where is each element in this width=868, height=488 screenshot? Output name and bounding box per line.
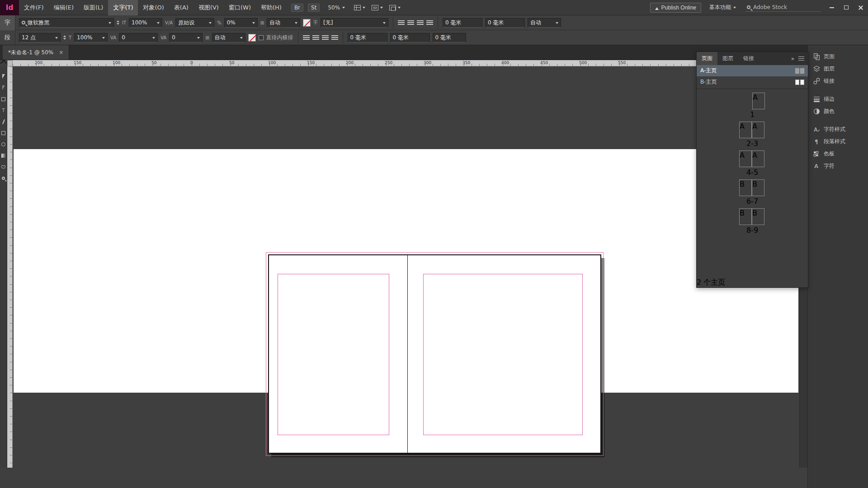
dock-item-character[interactable]: A 字符: [810, 160, 867, 172]
maximize-button[interactable]: [839, 0, 854, 15]
align-center-button[interactable]: [407, 20, 414, 25]
direct-selection-tool-icon[interactable]: [0, 84, 7, 91]
justify-button[interactable]: [426, 20, 433, 25]
ruler-origin[interactable]: [7, 60, 13, 66]
stroke-none-swatch[interactable]: [248, 34, 256, 42]
align-right-button[interactable]: [417, 20, 424, 25]
zoom-value: 50%: [328, 5, 340, 11]
menubar-item[interactable]: 对象(O): [138, 0, 169, 15]
dock-label: 页面: [824, 53, 835, 61]
gradient-tool-icon[interactable]: [0, 152, 7, 159]
zoom-dropdown[interactable]: 50%: [325, 4, 348, 12]
vertical-ruler[interactable]: [7, 66, 13, 468]
menubar-item[interactable]: 视图(V): [193, 0, 224, 15]
view-options-dropdown[interactable]: [354, 5, 365, 10]
font-size-field[interactable]: 12 点: [19, 33, 61, 42]
pages-panel-page[interactable]: AA4-5: [739, 150, 765, 177]
indent-right-field[interactable]: 0 毫米: [348, 33, 387, 42]
master-page-icons: [794, 79, 804, 85]
align-left-button[interactable]: [398, 20, 405, 25]
vertical-scale-field[interactable]: 100%: [129, 18, 162, 28]
menubar-item[interactable]: 表(A): [169, 0, 193, 15]
panel-menu-icon[interactable]: [798, 56, 804, 61]
document-canvas[interactable]: [13, 66, 799, 468]
space-before-field[interactable]: 0 毫米: [390, 33, 430, 42]
dock-item-color[interactable]: 颜色: [810, 105, 867, 117]
line-tool-icon[interactable]: [0, 118, 7, 125]
type-tool-icon[interactable]: T: [0, 107, 7, 114]
menubar-item[interactable]: 帮助(H): [256, 0, 287, 15]
stock-search-input[interactable]: Adobe Stock: [745, 3, 821, 12]
page-label: 8-9: [746, 226, 758, 235]
menubar-item[interactable]: 编辑(E): [49, 0, 79, 15]
menubar-item[interactable]: 版面(L): [79, 0, 108, 15]
tab-links[interactable]: 链接: [738, 52, 759, 65]
indent-first-line-field[interactable]: 0 毫米: [485, 18, 525, 28]
dock-item-paragraph-styles[interactable]: ¶ 段落样式: [810, 136, 867, 148]
dock-item-stroke[interactable]: 描边: [810, 93, 867, 105]
font-family-field[interactable]: 微软雅黑: [19, 18, 114, 28]
pages-panel-page[interactable]: A1: [739, 93, 765, 119]
tatechuyoko-label: 直排内横排: [266, 34, 293, 42]
kerning-field[interactable]: 原始设: [175, 18, 214, 28]
bridge-button[interactable]: Br: [291, 4, 303, 12]
pages-panel-page[interactable]: BB8-9: [739, 208, 765, 235]
dock-item-links[interactable]: 链接: [810, 75, 867, 87]
character-style-field[interactable]: [无]: [321, 18, 388, 28]
arrange-documents-dropdown[interactable]: [389, 5, 401, 10]
justify-vertical-button[interactable]: [331, 35, 338, 40]
dock-item-swatches[interactable]: 色板: [810, 148, 867, 160]
collapse-panel-icon[interactable]: »: [791, 56, 794, 62]
master-page-row-b[interactable]: B-主页: [697, 76, 808, 88]
screen-mode-dropdown[interactable]: [372, 5, 383, 10]
page-tool-icon[interactable]: [0, 95, 7, 103]
publish-online-button[interactable]: Publish Online: [650, 3, 701, 13]
selection-tool-icon[interactable]: [0, 73, 7, 80]
hand-tool-icon[interactable]: [0, 163, 7, 170]
align-middle-button[interactable]: [312, 35, 319, 40]
space-after-field[interactable]: 0 毫米: [433, 33, 466, 42]
minimize-button[interactable]: [825, 0, 839, 15]
grid-count-field-1[interactable]: 自动: [267, 18, 300, 28]
dock-item-character-styles[interactable]: A 字符样式: [810, 123, 867, 136]
pasteboard[interactable]: [14, 149, 798, 393]
font-family-stepper[interactable]: [117, 19, 119, 26]
pages-panel-page[interactable]: BB6-7: [739, 179, 765, 206]
tatechuyoko-checkbox[interactable]: [259, 35, 264, 40]
document-tab[interactable]: *未命名-1 @ 50% ×: [3, 45, 69, 60]
align-bottom-button[interactable]: [322, 35, 329, 40]
horizontal-scale-field[interactable]: 100%: [74, 33, 108, 42]
indent-left-field[interactable]: 0 毫米: [443, 18, 482, 28]
dock-item-layers[interactable]: 图层: [810, 63, 867, 75]
align-top-button[interactable]: [303, 35, 310, 40]
tracking-field[interactable]: 0: [119, 33, 158, 42]
control-panel-rows: 微软雅黑 IT 100% V/A 原始设 % 0% ⊞ 自动 字 [无]: [15, 15, 868, 45]
tab-close-icon[interactable]: ×: [59, 49, 63, 56]
tab-pages[interactable]: 页面: [697, 52, 717, 65]
page-spread[interactable]: [268, 254, 601, 454]
dock-item-pages[interactable]: 页面: [810, 51, 867, 63]
fill-none-swatch[interactable]: [303, 19, 311, 27]
master-name: B-主页: [700, 78, 717, 86]
frame-tool-icon[interactable]: [0, 129, 7, 136]
font-size-stepper[interactable]: [63, 34, 66, 41]
character-formatting-toggle[interactable]: 字: [0, 15, 15, 30]
grid-count-field-2[interactable]: 自动: [212, 33, 245, 42]
menubar-item[interactable]: 窗口(W): [224, 0, 256, 15]
master-page-row-a[interactable]: A-主页: [697, 65, 808, 76]
zoom-tool-icon[interactable]: [0, 174, 7, 182]
ellipse-tool-icon[interactable]: [0, 141, 7, 148]
paragraph-formatting-toggle[interactable]: 段: [0, 30, 15, 45]
pages-panel-page[interactable]: AA2-3: [739, 122, 765, 148]
close-button[interactable]: [854, 0, 868, 15]
page-thumbnail: A: [739, 93, 765, 109]
workspace-switcher[interactable]: 基本功能: [707, 3, 739, 12]
baseline-shift-field[interactable]: 0: [169, 33, 203, 42]
horizontal-ruler[interactable]: 2001501005005010015020025030035040045050…: [13, 60, 807, 66]
menubar-item[interactable]: 文件(F): [19, 0, 49, 15]
menubar-item[interactable]: 文字(T): [108, 0, 138, 15]
proportional-spacing-field[interactable]: 0%: [224, 18, 258, 28]
stock-button[interactable]: St: [308, 4, 320, 12]
line-grid-field[interactable]: 自动: [528, 18, 561, 28]
tab-layers[interactable]: 图层: [717, 52, 738, 65]
